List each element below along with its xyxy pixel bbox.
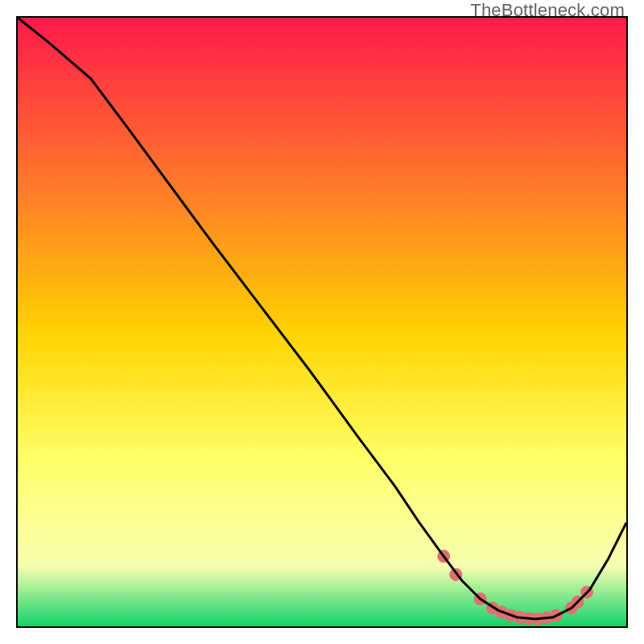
bottleneck-chart xyxy=(18,18,626,626)
gradient-background xyxy=(18,18,626,626)
